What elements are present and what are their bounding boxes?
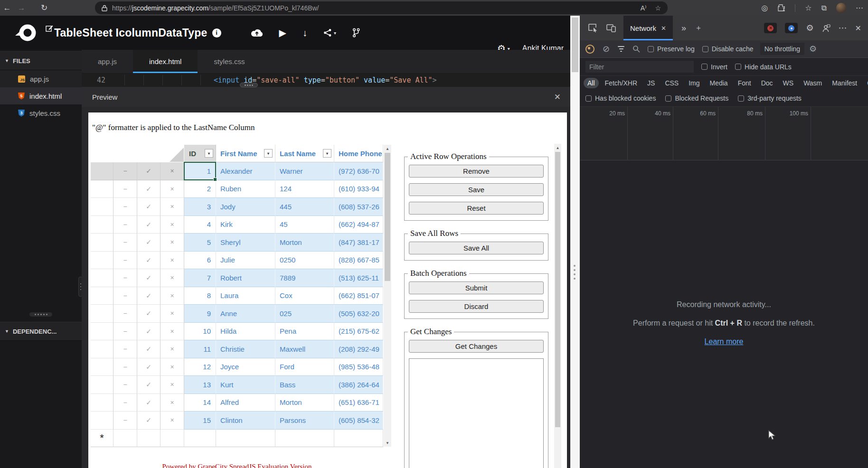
cell-home-phone[interactable]: (651) 636-71 bbox=[334, 394, 383, 412]
cell-first-name[interactable]: Hilda bbox=[216, 323, 275, 341]
collapse-row-icon[interactable]: − bbox=[113, 376, 137, 394]
invert-checkbox[interactable]: Invert bbox=[701, 63, 727, 71]
code-editor[interactable]: 42 <input id="save-all" type="button" va… bbox=[82, 74, 573, 87]
collapse-row-icon[interactable]: − bbox=[113, 358, 137, 376]
collapse-row-icon[interactable]: − bbox=[113, 234, 137, 252]
profile-avatar[interactable] bbox=[836, 3, 846, 13]
empty-cell[interactable] bbox=[334, 430, 383, 448]
row-header-cell[interactable] bbox=[91, 198, 113, 216]
collapse-row-icon[interactable]: − bbox=[113, 269, 137, 287]
forward-icon[interactable]: → bbox=[14, 3, 28, 13]
filter-dropdown-icon[interactable]: ▾ bbox=[205, 149, 213, 158]
empty-cell[interactable] bbox=[184, 430, 216, 448]
cell-id[interactable]: 3 bbox=[184, 198, 216, 216]
fork-icon[interactable] bbox=[352, 28, 360, 37]
cell-home-phone[interactable]: (608) 537-26 bbox=[334, 198, 383, 216]
cancel-row-icon[interactable]: × bbox=[160, 287, 184, 305]
collapse-row-icon[interactable]: − bbox=[113, 198, 137, 216]
cell-id[interactable]: 10 bbox=[184, 323, 216, 341]
filter-chip-all[interactable]: All bbox=[584, 78, 599, 88]
cell-first-name[interactable]: Sheryl bbox=[216, 234, 275, 252]
cell-first-name[interactable]: Alfred bbox=[216, 394, 275, 412]
devtools-more-icon[interactable]: ⋯ bbox=[839, 23, 847, 33]
collapse-row-icon[interactable]: − bbox=[113, 252, 137, 270]
row-header-cell[interactable] bbox=[91, 376, 113, 394]
sidebar-splitter-handle[interactable] bbox=[29, 312, 52, 317]
row-header-cell[interactable] bbox=[91, 412, 113, 430]
filter-dropdown-icon[interactable]: ▾ bbox=[264, 149, 273, 158]
empty-cell[interactable] bbox=[216, 430, 275, 448]
cell-last-name[interactable]: 025 bbox=[275, 305, 334, 323]
inspect-element-icon[interactable] bbox=[588, 24, 598, 32]
cell-id[interactable]: 7 bbox=[184, 269, 216, 287]
download-icon[interactable]: ↓ bbox=[302, 28, 307, 38]
devtools-resize-handle[interactable] bbox=[574, 265, 576, 280]
row-header-cell[interactable] bbox=[91, 162, 113, 180]
filter-chip-img[interactable]: Img bbox=[685, 78, 703, 88]
devtools-settings-icon[interactable]: ⚙ bbox=[806, 23, 813, 33]
cell-home-phone[interactable]: (828) 667-85 bbox=[334, 252, 383, 270]
address-bar[interactable]: https://jscodemine.grapecity.com/sample/… bbox=[95, 1, 668, 14]
cell-first-name[interactable]: Anne bbox=[216, 305, 275, 323]
cancel-row-icon[interactable]: × bbox=[160, 358, 184, 376]
scrollbar-thumb[interactable] bbox=[385, 153, 390, 281]
settings-more-icon[interactable]: ⋯ bbox=[856, 3, 863, 12]
confirm-row-icon[interactable]: ✓ bbox=[137, 269, 160, 287]
confirm-row-icon[interactable]: ✓ bbox=[137, 376, 160, 394]
cell-id[interactable]: 14 bbox=[184, 394, 216, 412]
row-header-cell[interactable] bbox=[91, 323, 113, 341]
refresh-icon[interactable]: ↻ bbox=[37, 3, 51, 13]
cell-home-phone[interactable]: (662) 494-87 bbox=[334, 216, 383, 234]
row-header-cell[interactable] bbox=[91, 252, 113, 270]
new-tab-icon[interactable]: ＋ bbox=[695, 23, 702, 33]
discard-button[interactable]: Discard bbox=[409, 300, 544, 313]
cancel-row-icon[interactable]: × bbox=[160, 198, 184, 216]
cancel-row-icon[interactable]: × bbox=[160, 252, 184, 270]
confirm-row-icon[interactable]: ✓ bbox=[137, 412, 160, 430]
cell-first-name[interactable]: Jody bbox=[216, 198, 275, 216]
confirm-row-icon[interactable]: ✓ bbox=[137, 323, 160, 341]
cancel-row-icon[interactable]: × bbox=[160, 394, 184, 412]
empty-cell[interactable] bbox=[113, 430, 137, 448]
collections-icon[interactable]: ⧉ bbox=[821, 4, 827, 12]
cancel-row-icon[interactable]: × bbox=[160, 305, 184, 323]
filter-chip-js[interactable]: JS bbox=[643, 78, 659, 88]
filter-chip-css[interactable]: CSS bbox=[661, 78, 682, 88]
cell-id[interactable]: 1 bbox=[184, 162, 216, 180]
row-header-cell[interactable] bbox=[91, 216, 113, 234]
cell-last-name[interactable]: Morton bbox=[275, 394, 334, 412]
hide-data-urls-checkbox[interactable]: Hide data URLs bbox=[735, 63, 792, 71]
save-all-button[interactable]: Save All bbox=[409, 242, 544, 254]
cell-id[interactable]: 4 bbox=[184, 216, 216, 234]
cell-last-name[interactable]: Ford bbox=[275, 358, 334, 376]
3rd-party-requests-checkbox[interactable]: 3rd-party requests bbox=[738, 94, 802, 102]
row-header-cell[interactable] bbox=[91, 305, 113, 323]
read-aloud-icon[interactable]: A⁾ bbox=[641, 4, 647, 12]
save-button[interactable]: Save bbox=[409, 183, 544, 196]
table-scrollbar[interactable]: ▲ ▼ bbox=[384, 145, 391, 447]
row-header-cell[interactable] bbox=[91, 340, 113, 358]
cell-first-name[interactable]: Christie bbox=[216, 340, 275, 358]
cell-first-name[interactable]: Laura bbox=[216, 287, 275, 305]
col-header-first-name[interactable]: First Name▾ bbox=[216, 145, 275, 162]
filter-chip-media[interactable]: Media bbox=[706, 78, 732, 88]
empty-cell[interactable] bbox=[275, 430, 334, 448]
collapse-row-icon[interactable]: − bbox=[113, 412, 137, 430]
row-header-cell[interactable] bbox=[91, 180, 113, 198]
cell-last-name[interactable]: Warner bbox=[275, 162, 334, 180]
cell-home-phone[interactable]: (513) 625-11 bbox=[334, 269, 383, 287]
throttling-select[interactable]: No throttling bbox=[760, 43, 804, 55]
cell-id[interactable]: 11 bbox=[184, 340, 216, 358]
filter-chip-wasm[interactable]: Wasm bbox=[800, 78, 826, 88]
cell-first-name[interactable]: Alexander bbox=[216, 162, 275, 180]
cell-first-name[interactable]: Kirk bbox=[216, 216, 275, 234]
cell-first-name[interactable]: Julie bbox=[216, 252, 275, 270]
col-header-home-phone[interactable]: Home Phone bbox=[334, 145, 383, 162]
info-icon[interactable]: i bbox=[212, 28, 221, 37]
scrollbar-thumb[interactable] bbox=[555, 152, 560, 427]
cell-home-phone[interactable]: (985) 536-48 bbox=[334, 358, 383, 376]
record-network-icon[interactable] bbox=[585, 45, 594, 54]
sidebar-item-index.html[interactable]: 5index.html bbox=[0, 87, 82, 104]
share-button[interactable]: ▾ bbox=[323, 28, 336, 37]
cancel-row-icon[interactable]: × bbox=[160, 234, 184, 252]
